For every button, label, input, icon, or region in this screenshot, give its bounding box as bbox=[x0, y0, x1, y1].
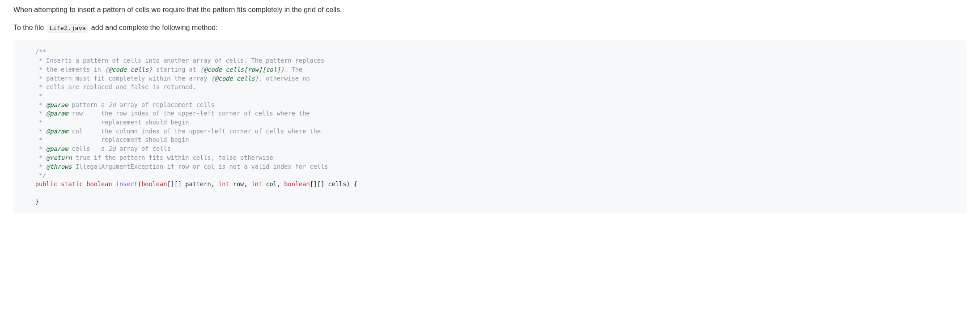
code-line-9: * replacement should begin bbox=[21, 119, 189, 126]
para2-prefix: To the file bbox=[13, 24, 46, 31]
code-line-1: /** bbox=[21, 48, 46, 55]
code-line-15: */ bbox=[21, 171, 46, 179]
code-kw-public: public bbox=[35, 180, 57, 188]
code-line-10b: @param bbox=[46, 128, 68, 135]
code-line-6: * bbox=[21, 92, 46, 99]
code-block: /** * Inserts a pattern of cells into an… bbox=[13, 40, 967, 214]
code-line-12e: array of cells bbox=[116, 145, 171, 152]
code-line-8b: @param bbox=[46, 110, 68, 117]
code-line-18: } bbox=[21, 198, 39, 205]
code-pre: /** * Inserts a pattern of cells into an… bbox=[21, 47, 959, 206]
code-line-4b: { bbox=[211, 75, 215, 82]
code-line-4e: , otherwise no bbox=[259, 75, 310, 82]
code-line-8c: row the row index of the upper-left corn… bbox=[68, 110, 310, 117]
paragraph-1: When attempting to insert a pattern of c… bbox=[13, 4, 967, 15]
code-line-3e: starting at bbox=[153, 66, 200, 73]
code-type-int-1: int bbox=[218, 180, 229, 188]
code-paren-close: ) bbox=[346, 180, 350, 188]
code-line-2: * Inserts a pattern of cells into anothe… bbox=[21, 57, 324, 64]
code-type-boolean-3: boolean bbox=[284, 180, 310, 188]
code-line-13b: @return bbox=[46, 154, 72, 161]
code-sp bbox=[112, 180, 116, 188]
paragraph-2: To the file Life2.java add and complete … bbox=[13, 22, 967, 33]
code-sp bbox=[57, 180, 61, 188]
code-line-7d: 2d bbox=[108, 101, 115, 108]
code-line-12d: 2d bbox=[108, 145, 115, 152]
document-content: When attempting to insert a pattern of c… bbox=[13, 4, 967, 214]
code-fn-insert: insert bbox=[116, 180, 138, 188]
code-line-7e: array of replacement cells bbox=[116, 101, 215, 108]
code-line-12a: * bbox=[21, 145, 46, 152]
code-line-14a: * bbox=[21, 163, 46, 170]
code-line-4a: * pattern must fit completely within the… bbox=[21, 75, 211, 82]
code-kw-static: static bbox=[61, 180, 83, 188]
code-line-3i: . The bbox=[284, 66, 302, 73]
para2-suffix: add and complete the following method: bbox=[89, 24, 217, 31]
code-line-4d: } bbox=[255, 75, 259, 82]
code-brace-open: { bbox=[350, 180, 357, 188]
code-line-3g: @code cells[row][col] bbox=[204, 66, 280, 73]
code-line-4c: @code cells bbox=[215, 75, 255, 82]
code-line-11: * replacement should begin bbox=[21, 136, 189, 143]
code-line-7b: @param bbox=[46, 101, 68, 108]
code-line-12c: cells a bbox=[68, 145, 108, 152]
code-param-2: row, bbox=[229, 180, 251, 188]
code-line-10a: * bbox=[21, 128, 46, 135]
inline-code-filename: Life2.java bbox=[47, 24, 88, 33]
code-type-int-2: int bbox=[251, 180, 263, 188]
code-line-3d: } bbox=[148, 66, 152, 73]
code-param-1: [][] pattern, bbox=[167, 180, 218, 188]
code-line-3c: @code cells bbox=[108, 66, 148, 73]
code-line-10c: col the column index of the upper-left c… bbox=[68, 128, 321, 135]
code-line-13c: true if the pattern fits within cells, f… bbox=[72, 154, 273, 161]
code-paren-open: ( bbox=[138, 180, 141, 188]
code-type-boolean: boolean bbox=[86, 180, 112, 188]
code-line-14b: @throws bbox=[46, 163, 72, 170]
code-line-5: * cells are replaced and false is return… bbox=[21, 83, 196, 90]
code-line-12b: @param bbox=[46, 145, 68, 152]
code-line-13a: * bbox=[21, 154, 46, 161]
code-line-16-indent bbox=[21, 180, 35, 188]
code-line-8a: * bbox=[21, 110, 46, 117]
code-line-14c: IllegalArgumentException if row or col i… bbox=[72, 163, 328, 170]
code-line-7c: pattern a bbox=[68, 101, 108, 108]
code-param-3: col, bbox=[262, 180, 284, 188]
code-line-7a: * bbox=[21, 101, 46, 108]
code-line-3a: * the elements in bbox=[21, 66, 105, 73]
code-type-boolean-2: boolean bbox=[141, 180, 167, 188]
code-param-4: [][] cells bbox=[310, 180, 347, 188]
